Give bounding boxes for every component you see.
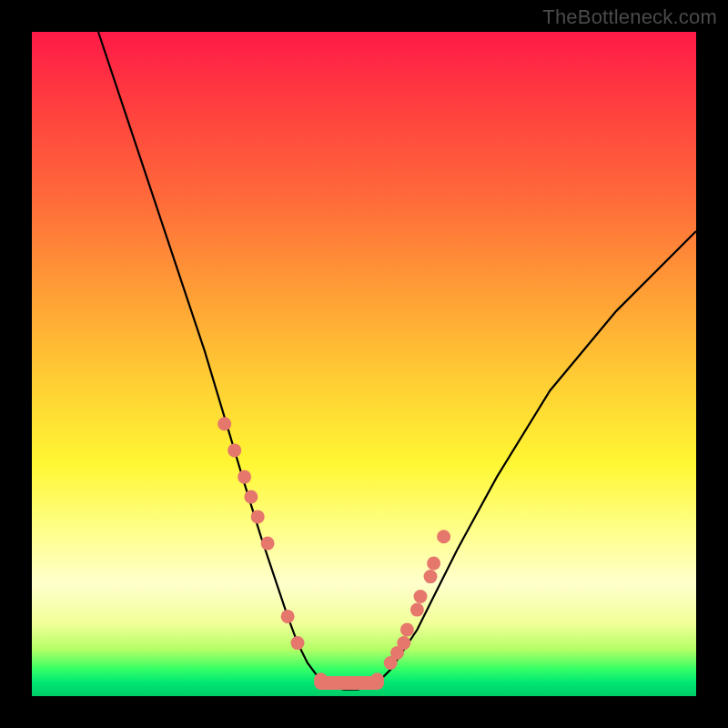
data-point [228, 443, 241, 457]
data-point [251, 510, 265, 523]
data-point [261, 537, 275, 551]
curve-group [98, 32, 696, 690]
markers-right [370, 530, 450, 686]
attribution-watermark: TheBottleneck.com [542, 5, 717, 29]
data-point [427, 557, 440, 571]
data-point [437, 530, 450, 543]
data-point [397, 636, 410, 650]
data-point [217, 417, 231, 430]
markers-left [217, 417, 328, 686]
data-point [281, 610, 295, 623]
data-point [244, 490, 258, 504]
data-point [400, 623, 414, 637]
data-point [424, 570, 438, 583]
plot-area [32, 32, 696, 696]
data-point [291, 636, 305, 650]
data-point [410, 603, 424, 617]
data-point [414, 590, 428, 603]
chart-svg [32, 32, 696, 696]
right-curve [378, 231, 696, 682]
left-curve [98, 32, 324, 682]
chart-frame: TheBottleneck.com [0, 0, 728, 728]
data-point [238, 470, 251, 484]
